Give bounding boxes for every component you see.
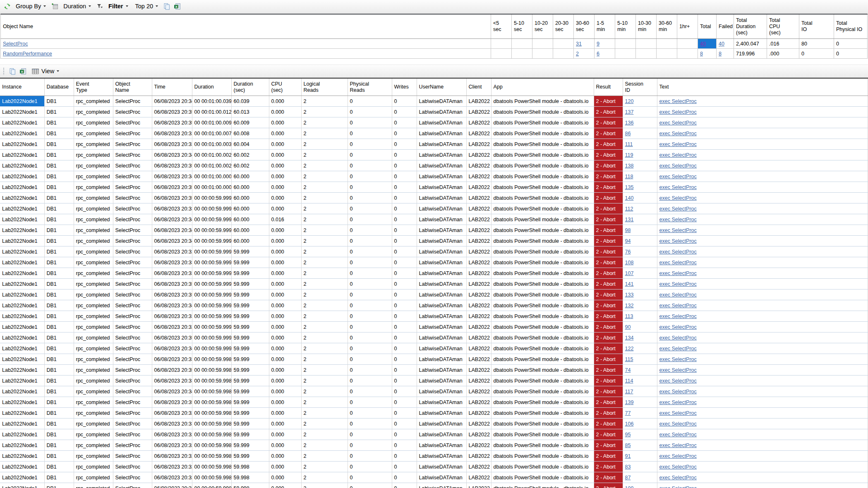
summary-column-header[interactable]: 20-30 sec — [553, 14, 574, 39]
bucket-count-link[interactable]: 6 — [597, 51, 599, 57]
session-id-link[interactable]: 115 — [625, 356, 633, 362]
session-id-link[interactable]: 98 — [625, 227, 631, 233]
query-text-link[interactable]: exec SelectProc — [659, 174, 697, 179]
session-id-link[interactable]: 91 — [625, 453, 631, 459]
query-text-link[interactable]: exec SelectProc — [659, 292, 697, 298]
detail-column-header[interactable]: Object Name — [113, 78, 152, 96]
query-text-link[interactable]: exec SelectProc — [659, 378, 697, 384]
summary-column-header[interactable]: Object Name — [1, 14, 491, 39]
summary-column-header[interactable]: Total — [698, 14, 717, 39]
session-id-link[interactable]: 141 — [625, 281, 634, 287]
query-text-link[interactable]: exec SelectProc — [659, 249, 697, 255]
excel-export-icon[interactable]: X — [18, 67, 27, 76]
detail-column-header[interactable]: CPU (sec) — [269, 78, 301, 96]
query-text-link[interactable]: exec SelectProc — [659, 367, 697, 373]
query-text-link[interactable]: exec SelectProc — [659, 109, 697, 115]
session-id-link[interactable]: 109 — [625, 486, 634, 488]
summary-column-header[interactable]: Total Physical IO — [834, 14, 868, 39]
summary-column-header[interactable]: Failed — [717, 14, 734, 39]
session-id-link[interactable]: 122 — [625, 346, 634, 352]
query-text-link[interactable]: exec SelectProc — [659, 464, 697, 470]
summary-column-header[interactable]: 30-60 sec — [574, 14, 595, 39]
session-id-link[interactable]: 131 — [625, 217, 634, 222]
detail-column-header[interactable]: Text — [657, 78, 868, 96]
detail-column-header[interactable]: Client — [466, 78, 491, 96]
refresh-icon[interactable] — [2, 2, 12, 11]
query-text-link[interactable]: exec SelectProc — [659, 152, 697, 158]
summary-column-header[interactable]: Total CPU (sec) — [767, 14, 799, 39]
session-id-link[interactable]: 90 — [625, 324, 631, 330]
toolbar-grip-handle[interactable] — [3, 67, 5, 75]
session-id-link[interactable]: 114 — [625, 378, 633, 384]
summary-column-header[interactable]: 5-10 sec — [512, 14, 532, 39]
failed-count-link[interactable]: 40 — [719, 41, 724, 47]
session-id-link[interactable]: 74 — [625, 367, 631, 373]
query-text-link[interactable]: exec SelectProc — [659, 346, 697, 352]
query-text-link[interactable]: exec SelectProc — [659, 475, 697, 481]
total-count-link[interactable]: 8 — [700, 51, 703, 57]
query-text-link[interactable]: exec SelectProc — [659, 195, 697, 201]
detail-column-header[interactable]: Duration (sec) — [231, 78, 269, 96]
session-id-link[interactable]: 94 — [625, 238, 631, 244]
excel-export-icon[interactable]: X — [173, 2, 182, 11]
query-text-link[interactable]: exec SelectProc — [659, 260, 697, 266]
query-text-link[interactable]: exec SelectProc — [659, 303, 697, 309]
query-text-link[interactable]: exec SelectProc — [659, 313, 697, 319]
detail-column-header[interactable]: Logical Reads — [301, 78, 348, 96]
detail-column-header[interactable]: Instance — [0, 78, 44, 96]
session-id-link[interactable]: 137 — [625, 109, 634, 115]
summary-column-header[interactable]: 1-5 min — [595, 14, 615, 39]
query-text-link[interactable]: exec SelectProc — [659, 270, 697, 276]
session-id-link[interactable]: 139 — [625, 399, 634, 405]
detail-column-header[interactable]: Result — [594, 78, 623, 96]
detail-column-header[interactable]: Event Type — [74, 78, 113, 96]
session-id-link[interactable]: 136 — [625, 120, 634, 126]
total-count-link[interactable]: 40 — [700, 41, 706, 47]
summary-column-header[interactable]: Total Duration (sec) — [734, 14, 767, 39]
object-name-link[interactable]: RandomPerformance — [3, 51, 52, 57]
bucket-count-link[interactable]: 31 — [576, 41, 582, 47]
session-id-link[interactable]: 119 — [625, 152, 633, 158]
session-id-link[interactable]: 86 — [625, 131, 631, 136]
session-id-link[interactable]: 107 — [625, 270, 634, 276]
session-id-link[interactable]: 132 — [625, 303, 634, 309]
summary-column-header[interactable]: <5 sec — [491, 14, 512, 39]
session-id-link[interactable]: 133 — [625, 292, 634, 298]
view-button[interactable]: View — [29, 67, 62, 76]
bucket-count-link[interactable]: 2 — [576, 51, 579, 57]
summary-column-header[interactable]: 10-30 min — [636, 14, 657, 39]
detail-column-header[interactable]: UserName — [417, 78, 466, 96]
session-id-link[interactable]: 112 — [625, 206, 633, 212]
top-20-button[interactable]: Top 20 — [132, 2, 161, 11]
query-text-link[interactable]: exec SelectProc — [659, 184, 697, 190]
query-text-link[interactable]: exec SelectProc — [659, 421, 697, 427]
summary-column-header[interactable]: 30-60 min — [657, 14, 677, 39]
query-text-link[interactable]: exec SelectProc — [659, 227, 697, 233]
query-text-link[interactable]: exec SelectProc — [659, 217, 697, 222]
query-text-link[interactable]: exec SelectProc — [659, 389, 697, 395]
detail-column-header[interactable]: Database — [44, 78, 74, 96]
detail-column-header[interactable]: Time — [152, 78, 192, 96]
query-text-link[interactable]: exec SelectProc — [659, 335, 697, 341]
query-text-link[interactable]: exec SelectProc — [659, 163, 697, 169]
session-id-link[interactable]: 77 — [625, 410, 631, 416]
session-id-link[interactable]: 118 — [625, 174, 633, 179]
session-id-link[interactable]: 134 — [625, 335, 634, 341]
query-text-link[interactable]: exec SelectProc — [659, 98, 697, 104]
query-text-link[interactable]: exec SelectProc — [659, 356, 697, 362]
detail-column-header[interactable]: App — [491, 78, 594, 96]
query-text-link[interactable]: exec SelectProc — [659, 120, 697, 126]
query-text-link[interactable]: exec SelectProc — [659, 141, 697, 147]
session-id-link[interactable]: 111 — [625, 141, 633, 147]
session-id-link[interactable]: 120 — [625, 98, 634, 104]
bucket-count-link[interactable]: 9 — [597, 41, 599, 47]
query-text-link[interactable]: exec SelectProc — [659, 410, 697, 416]
object-name-link[interactable]: SelectProc — [3, 41, 28, 47]
session-id-link[interactable]: 76 — [625, 249, 631, 255]
summary-column-header[interactable]: 1hr+ — [677, 14, 698, 39]
query-text-link[interactable]: exec SelectProc — [659, 453, 697, 459]
copy-icon[interactable] — [8, 67, 17, 76]
detail-column-header[interactable]: Writes — [392, 78, 417, 96]
session-id-link[interactable]: 106 — [625, 421, 634, 427]
query-text-link[interactable]: exec SelectProc — [659, 281, 697, 287]
